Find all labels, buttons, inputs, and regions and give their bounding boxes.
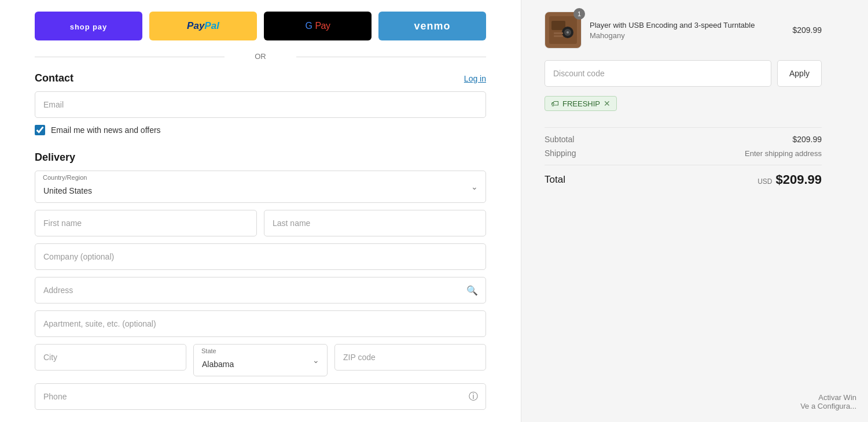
product-info: Player with USB Encoding and 3-speed Tur… [590,20,784,39]
product-image-wrapper: 1 [545,12,582,49]
shipping-row: Shipping Enter shipping address [545,149,822,158]
login-link[interactable]: Log in [464,74,486,83]
venmo-button[interactable]: venmo [378,12,486,40]
svg-point-4 [567,31,569,34]
apartment-field[interactable] [35,310,486,337]
state-label: State [201,347,216,354]
product-variant: Mahogany [590,31,784,40]
country-label: Country/Region [43,174,87,181]
zip-field[interactable] [334,344,486,371]
product-row: 1 Player with USB Encoding and 3-speed T… [545,12,822,49]
left-panel: shop pay PayPal G Pay venmo OR Contact L… [0,0,521,422]
delivery-section: Delivery Country/Region United States ⌄ … [35,151,486,410]
contact-header: Contact Log in [35,72,486,84]
apartment-wrapper [35,310,486,337]
company-field[interactable] [35,243,486,270]
paypal-label: PayPal [187,20,219,32]
newsletter-label: Email me with news and offers [51,125,161,135]
or-divider: OR [35,52,486,61]
svg-rect-6 [554,35,563,37]
venmo-label: venmo [414,20,450,32]
discount-row: Apply [545,60,822,87]
delivery-header: Delivery [35,151,486,164]
city-state-zip-row: State Alabama ⌄ [35,344,486,376]
name-row [35,210,486,236]
last-name-field[interactable] [264,210,486,236]
phone-field[interactable] [35,383,486,410]
phone-help-icon[interactable]: ⓘ [469,391,478,403]
first-name-field[interactable] [35,210,257,236]
shipping-label: Shipping [545,149,576,158]
shop-pay-label: shop pay [70,21,108,31]
total-row: Total USD $209.99 [545,172,822,187]
country-select[interactable]: United States [35,171,486,203]
shop-pay-button[interactable]: shop pay [35,12,142,40]
state-select-wrapper: State Alabama ⌄ [193,344,328,376]
apply-discount-button[interactable]: Apply [777,60,822,87]
shipping-value: Enter shipping address [745,149,822,158]
newsletter-row: Email me with news and offers [35,125,486,135]
newsletter-checkbox[interactable] [35,125,45,135]
contact-title: Contact [35,72,73,84]
company-wrapper [35,243,486,270]
subtotal-row: Subtotal $209.99 [545,135,822,144]
right-panel: 1 Player with USB Encoding and 3-speed T… [521,0,845,422]
total-right: USD $209.99 [757,172,822,187]
tag-icon: 🏷 [551,99,559,108]
address-search-icon: 🔍 [466,285,478,296]
total-label: Total [545,174,565,186]
summary-divider [545,127,822,128]
payment-buttons: shop pay PayPal G Pay venmo [35,12,486,40]
freeship-tag: 🏷 FREESHIP ✕ [545,96,617,111]
remove-freeship-button[interactable]: ✕ [604,99,610,108]
discount-code-input[interactable] [545,60,771,87]
address-field[interactable] [35,277,486,303]
product-price: $209.99 [792,25,822,35]
freeship-code: FREESHIP [562,99,600,108]
subtotal-value: $209.99 [792,135,822,144]
total-currency: USD [757,177,772,186]
subtotal-label: Subtotal [545,135,574,144]
total-divider [545,165,822,165]
product-thumbnail-icon [549,16,577,44]
country-region-wrapper: Country/Region United States ⌄ [35,171,486,203]
address-wrapper: 🔍 [35,277,486,303]
email-field[interactable] [35,91,486,118]
gpay-label: G Pay [306,21,330,31]
paypal-button[interactable]: PayPal [149,12,257,40]
svg-rect-5 [554,32,563,34]
contact-section: Contact Log in Email me with news and of… [35,72,486,135]
gpay-button[interactable]: G Pay [264,12,372,40]
city-field[interactable] [35,344,186,371]
product-name: Player with USB Encoding and 3-speed Tur… [590,20,784,31]
phone-wrapper: ⓘ [35,383,486,410]
total-value: $209.99 [775,172,822,187]
product-quantity-badge: 1 [573,8,585,20]
delivery-title: Delivery [35,151,75,164]
